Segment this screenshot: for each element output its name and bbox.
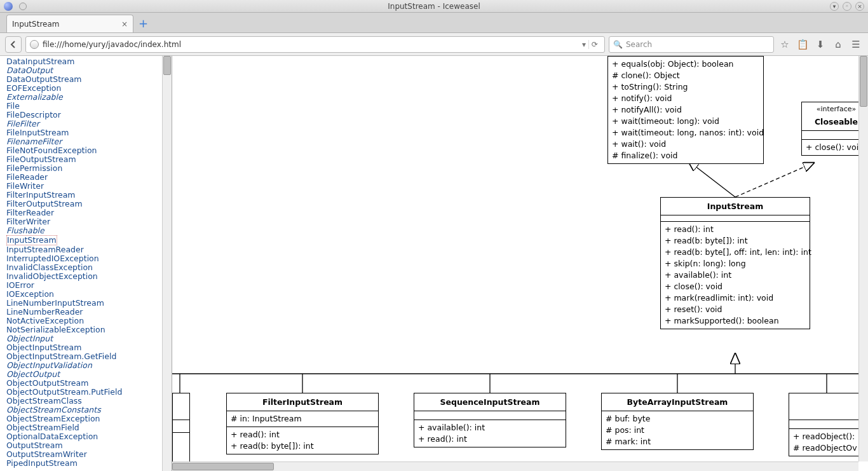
sidebar-class-link[interactable]: ObjectInput <box>6 334 172 343</box>
browser-tab[interactable]: InputStream × <box>6 15 133 32</box>
sidebar-class-link[interactable]: Flushable <box>6 226 172 235</box>
url-bar[interactable]: file:///home/yury/javadoc/index.html ▾ ⟳ <box>25 36 605 53</box>
uml-member: + skip(n: long): long <box>665 258 806 270</box>
diagram-pane[interactable]: + equals(obj: Object): boolean# clone():… <box>172 56 868 471</box>
sidebar-class-link[interactable]: FilterReader <box>6 208 172 217</box>
sidebar-class-link[interactable]: InvalidClassException <box>6 263 172 272</box>
uml-member: + notify(): void <box>612 93 759 104</box>
sidebar-scrollbar[interactable] <box>162 56 172 471</box>
url-dropdown-icon[interactable]: ▾ <box>580 40 588 49</box>
sidebar-class-link[interactable]: FileReader <box>6 173 172 182</box>
close-window-button[interactable]: × <box>855 2 864 11</box>
uml-member: + wait(timeout: long, nanos: int): void <box>612 127 759 139</box>
maximize-button[interactable]: ◦ <box>843 2 851 11</box>
sidebar-class-link[interactable]: ObjectOutputStream <box>6 379 172 388</box>
uml-member: # in: InputStream <box>231 413 374 425</box>
uml-member: # pos: int <box>606 425 749 436</box>
sidebar-class-link[interactable]: ObjectStreamException <box>6 414 172 423</box>
uml-member: + read(): int <box>231 429 374 440</box>
sidebar-class-link[interactable]: ObjectInputValidation <box>6 361 172 370</box>
uml-objectinput-partial-box: + readObject():# readObjectOv <box>789 393 868 456</box>
minimize-button[interactable]: ▾ <box>830 2 839 11</box>
app-icon <box>4 2 13 11</box>
sidebar-class-link[interactable]: ObjectStreamClass <box>6 397 172 406</box>
sidebar-class-link[interactable]: ObjectInputStream <box>6 343 172 352</box>
bookmarks-list-icon[interactable]: 📋 <box>796 38 810 51</box>
sidebar-class-link[interactable]: InputStream <box>6 235 57 245</box>
uml-object-box: + equals(obj: Object): boolean# clone():… <box>607 56 764 164</box>
sidebar-class-link[interactable]: DataOutput <box>6 66 172 75</box>
sidebar-class-link[interactable]: ObjectStreamField <box>6 423 172 432</box>
uml-member: # buf: byte <box>606 413 749 425</box>
home-icon[interactable]: ⌂ <box>831 38 845 51</box>
sidebar-class-link[interactable]: FileNotFoundException <box>6 146 172 155</box>
tab-close-icon[interactable]: × <box>121 20 128 29</box>
bookmark-star-icon[interactable]: ☆ <box>778 38 792 51</box>
uml-member: + close(): void <box>665 281 806 292</box>
class-name: FilterInputStream <box>227 393 378 411</box>
class-name: ByteArrayInputStream <box>602 393 753 411</box>
sidebar-class-link[interactable]: DataInputStream <box>6 57 172 66</box>
uml-inputstream-box: InputStream + read(): int+ read(b: byte[… <box>660 197 810 329</box>
main-horizontal-scrollbar[interactable] <box>172 461 858 471</box>
sidebar-class-link[interactable]: OutputStreamWriter <box>6 450 172 459</box>
uml-partial-box-left <box>172 393 190 463</box>
sidebar-class-link[interactable]: ObjectOutputStream.PutField <box>6 388 172 397</box>
sidebar-class-link[interactable]: NotActiveException <box>6 317 172 325</box>
sidebar-class-link[interactable]: FilterInputStream <box>6 191 172 200</box>
uml-member: # mark: int <box>606 436 749 447</box>
sidebar-class-link[interactable]: PipedInputStream <box>6 459 172 468</box>
url-text: file:///home/yury/javadoc/index.html <box>43 40 181 49</box>
downloads-icon[interactable]: ⬇ <box>813 38 827 51</box>
sidebar-class-link[interactable]: FilterOutputStream <box>6 200 172 208</box>
sidebar-class-link[interactable]: FilePermission <box>6 164 172 173</box>
sidebar-class-link[interactable]: InputStreamReader <box>6 245 172 254</box>
uml-member: + read(b: byte[], off: int, len: int): i… <box>665 247 806 258</box>
uml-member: # clone(): Object <box>612 70 759 81</box>
uml-member: + available(): int <box>418 422 562 433</box>
uml-member: + read(): int <box>665 224 806 235</box>
uml-member: + read(b: byte[]): int <box>665 235 806 247</box>
arrow-left-icon <box>9 40 18 49</box>
sidebar-class-link[interactable]: InvalidObjectException <box>6 272 172 281</box>
sidebar-class-link[interactable]: InterruptedIOException <box>6 254 172 263</box>
sidebar-class-link[interactable]: ObjectStreamConstants <box>6 406 172 414</box>
sidebar-class-link[interactable]: LineNumberInputStream <box>6 299 172 308</box>
sidebar-class-link[interactable]: File <box>6 102 172 111</box>
svg-line-0 <box>688 161 735 197</box>
svg-line-1 <box>735 163 814 197</box>
sidebar-class-link[interactable]: IOError <box>6 281 172 290</box>
sidebar-class-link[interactable]: FilenameFilter <box>6 137 172 146</box>
sidebar-class-link[interactable]: FileDescriptor <box>6 111 172 119</box>
sidebar-class-link[interactable]: Externalizable <box>6 93 172 102</box>
sidebar-class-link[interactable]: NotSerializableException <box>6 325 172 334</box>
sidebar-class-link[interactable]: ObjectInputStream.GetField <box>6 352 172 361</box>
main-vertical-scrollbar[interactable] <box>858 56 868 461</box>
uml-member: + notifyAll(): void <box>612 104 759 116</box>
sidebar-class-link[interactable]: FilterWriter <box>6 217 172 226</box>
new-tab-button[interactable]: + <box>139 17 148 32</box>
sidebar-class-link[interactable]: OutputStream <box>6 441 172 450</box>
menu-icon[interactable]: ☰ <box>849 38 863 51</box>
search-bar[interactable]: 🔍 Search <box>609 36 774 53</box>
sidebar-class-link[interactable]: FileOutputStream <box>6 155 172 164</box>
uml-member: + equals(obj: Object): boolean <box>612 58 759 70</box>
sidebar-class-link[interactable]: FileWriter <box>6 182 172 191</box>
uml-member: + wait(timeout: long): void <box>612 116 759 127</box>
sidebar-class-link[interactable]: OptionalDataException <box>6 432 172 441</box>
uml-member: + wait(): void <box>612 139 759 150</box>
sidebar-class-link[interactable]: DataOutputStream <box>6 75 172 84</box>
reload-icon[interactable]: ⟳ <box>588 40 600 49</box>
search-placeholder: Search <box>626 40 652 49</box>
uml-member: + markSupported(): boolean <box>665 315 806 327</box>
sidebar-class-link[interactable]: FileInputStream <box>6 128 172 137</box>
uml-member: + available(): int <box>665 270 806 281</box>
search-icon: 🔍 <box>613 40 623 49</box>
class-name: InputStream <box>661 198 810 215</box>
sidebar-class-link[interactable]: ObjectOutput <box>6 370 172 379</box>
sidebar-class-link[interactable]: IOException <box>6 290 172 299</box>
sidebar-class-link[interactable]: FileFilter <box>6 119 172 128</box>
back-button[interactable] <box>5 36 22 53</box>
sidebar-class-link[interactable]: EOFException <box>6 84 172 93</box>
sidebar-class-link[interactable]: LineNumberReader <box>6 308 172 317</box>
